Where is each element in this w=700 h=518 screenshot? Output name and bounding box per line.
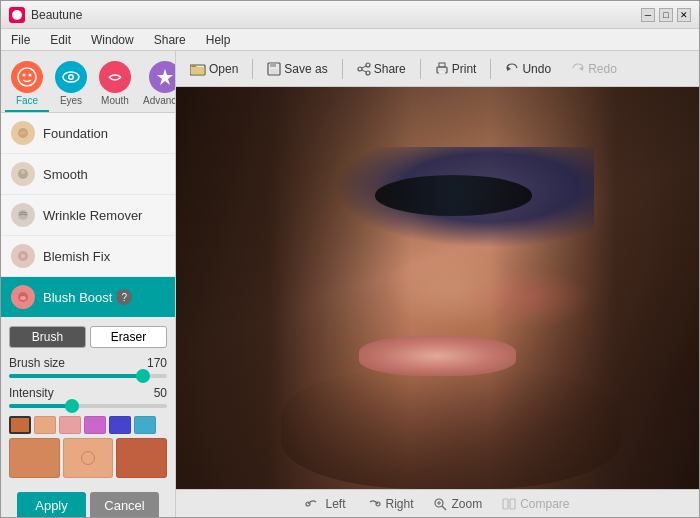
cancel-button[interactable]: Cancel: [90, 492, 159, 517]
share-button[interactable]: Share: [351, 59, 412, 79]
tab-mouth[interactable]: Mouth: [93, 57, 137, 112]
tab-face[interactable]: Face: [5, 57, 49, 112]
print-label: Print: [452, 62, 477, 76]
brush-size-label: Brush size: [9, 356, 65, 370]
intensity-slider[interactable]: [9, 404, 167, 408]
blemish-fix-icon: [11, 244, 35, 268]
bottom-bar: Left Right Zoom Compare: [176, 489, 699, 517]
open-label: Open: [209, 62, 238, 76]
menu-window[interactable]: Window: [85, 31, 140, 49]
eraser-button[interactable]: Eraser: [90, 326, 167, 348]
redo-icon: [571, 62, 585, 76]
portrait-container: [176, 87, 699, 489]
zoom-button[interactable]: Zoom: [433, 497, 482, 511]
swatch-pink[interactable]: [59, 416, 81, 434]
right-label: Right: [385, 497, 413, 511]
undo-icon: [505, 62, 519, 76]
tab-eyes[interactable]: Eyes: [49, 57, 93, 112]
svg-point-6: [70, 76, 73, 79]
redo-button[interactable]: Redo: [565, 59, 623, 79]
swatch-blue[interactable]: [109, 416, 131, 434]
window-controls: ─ □ ✕: [641, 8, 691, 22]
svg-line-27: [362, 70, 366, 72]
wrinkle-remover-icon: [11, 203, 35, 227]
sidebar-items: Foundation Smooth Wrinkle Remover: [1, 113, 175, 517]
intensity-value: 50: [137, 386, 167, 400]
toolbar-sep-1: [252, 59, 253, 79]
menu-share[interactable]: Share: [148, 31, 192, 49]
intensity-thumb[interactable]: [65, 399, 79, 413]
tab-advanced-label: Advanced: [143, 95, 176, 106]
intensity-row: Intensity 50: [9, 386, 167, 400]
image-area: [176, 87, 699, 489]
compare-icon: [502, 497, 516, 511]
svg-marker-7: [157, 69, 173, 85]
sidebar-item-smooth[interactable]: Smooth: [1, 154, 175, 195]
tab-eyes-label: Eyes: [60, 95, 82, 106]
main-window: Beautune ─ □ ✕ File Edit Window Share He…: [0, 0, 700, 518]
menu-edit[interactable]: Edit: [44, 31, 77, 49]
sidebar-item-foundation[interactable]: Foundation: [1, 113, 175, 154]
large-swatch-row: [9, 438, 167, 478]
swatch-peach[interactable]: [34, 416, 56, 434]
brush-eraser-toggle: Brush Eraser: [9, 326, 167, 348]
save-icon: [267, 62, 281, 76]
intensity-label: Intensity: [9, 386, 54, 400]
undo-label: Undo: [522, 62, 551, 76]
brush-size-thumb[interactable]: [136, 369, 150, 383]
swatch-cyan[interactable]: [134, 416, 156, 434]
large-swatch-mid[interactable]: [63, 438, 114, 478]
svg-point-1: [18, 68, 36, 86]
maximize-button[interactable]: □: [659, 8, 673, 22]
save-as-label: Save as: [284, 62, 327, 76]
menu-file[interactable]: File: [5, 31, 36, 49]
brush-size-slider[interactable]: [9, 374, 167, 378]
right-button[interactable]: Right: [365, 497, 413, 511]
svg-point-25: [358, 67, 362, 71]
undo-button[interactable]: Undo: [499, 59, 557, 79]
intensity-fill: [9, 404, 72, 408]
menu-help[interactable]: Help: [200, 31, 237, 49]
chin-shadow: [281, 368, 621, 489]
svg-rect-21: [270, 63, 276, 67]
print-button[interactable]: Print: [429, 59, 483, 79]
svg-point-3: [29, 74, 32, 77]
minimize-button[interactable]: ─: [641, 8, 655, 22]
svg-line-36: [442, 506, 446, 510]
brush-size-row: Brush size 170: [9, 356, 167, 370]
toolbar-sep-2: [342, 59, 343, 79]
content-area: Open Save as Share Print: [176, 51, 699, 517]
app-icon: [9, 7, 25, 23]
zoom-icon: [433, 497, 447, 511]
svg-point-13: [21, 254, 25, 258]
close-button[interactable]: ✕: [677, 8, 691, 22]
brush-button[interactable]: Brush: [9, 326, 86, 348]
share-label: Share: [374, 62, 406, 76]
blush-help-badge[interactable]: ?: [116, 289, 132, 305]
blush-label: Blush Boost: [43, 290, 112, 305]
large-swatch-left[interactable]: [9, 438, 60, 478]
tab-advanced[interactable]: Advanced: [137, 57, 176, 112]
compare-button[interactable]: Compare: [502, 497, 569, 511]
color-swatch-row: [9, 416, 167, 434]
swatch-purple[interactable]: [84, 416, 106, 434]
eye-detail: [375, 175, 532, 215]
open-button[interactable]: Open: [184, 59, 244, 79]
swatch-orange[interactable]: [9, 416, 31, 434]
sidebar-item-wrinkle-remover[interactable]: Wrinkle Remover: [1, 195, 175, 236]
large-swatch-right[interactable]: [116, 438, 167, 478]
window-title: Beautune: [31, 8, 641, 22]
menu-bar: File Edit Window Share Help: [1, 29, 699, 51]
svg-rect-39: [503, 499, 508, 509]
wrinkle-label: Wrinkle Remover: [43, 208, 142, 223]
svg-marker-32: [579, 66, 583, 71]
left-icon: [305, 497, 321, 511]
sidebar-item-blemish-fix[interactable]: Blemish Fix: [1, 236, 175, 277]
save-as-button[interactable]: Save as: [261, 59, 333, 79]
face-tabs: Face Eyes Mouth: [1, 51, 175, 113]
apply-button[interactable]: Apply: [17, 492, 86, 517]
right-icon: [365, 497, 381, 511]
left-button[interactable]: Left: [305, 497, 345, 511]
sidebar-item-blush-boost[interactable]: Blush Boost ?: [1, 277, 175, 318]
svg-rect-22: [270, 69, 278, 74]
